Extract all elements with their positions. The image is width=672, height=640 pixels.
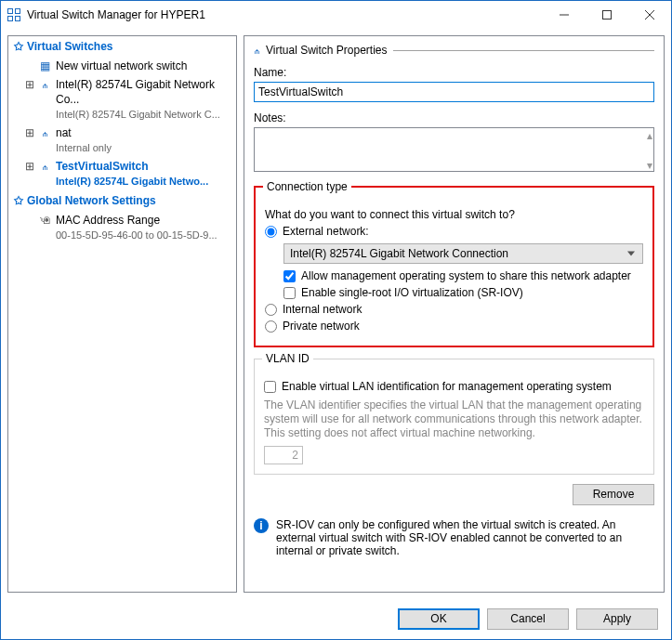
minimize-button[interactable] — [543, 1, 586, 29]
info-icon: i — [254, 518, 269, 533]
radio-external-input[interactable] — [265, 226, 277, 238]
vlan-group: VLAN ID Enable virtual LAN identificatio… — [254, 359, 654, 475]
tree-heading-global-settings[interactable]: ✩ Global Network Settings — [8, 190, 236, 211]
ok-button[interactable]: OK — [398, 608, 480, 630]
window-title: Virtual Switch Manager for HYPER1 — [27, 8, 543, 21]
name-input[interactable] — [254, 82, 654, 102]
tree-item-switch-1[interactable]: ⊞ ₼ Intel(R) 82574L Gigabit Network Co..… — [8, 75, 236, 124]
tree-panel: ✩ Virtual Switches ▦ New virtual network… — [7, 35, 237, 593]
collapse-icon: ✩ — [14, 40, 23, 53]
vlan-id-input: 2 — [264, 446, 303, 464]
checkbox-sriov[interactable]: Enable single-root I/O virtualization (S… — [283, 286, 643, 299]
expander-icon[interactable]: ⊞ — [25, 77, 33, 92]
tree-item-switch-nat[interactable]: ⊞ ₼ nat Internal only — [8, 124, 236, 157]
properties-panel: ₼ Virtual Switch Properties Name: Notes:… — [244, 35, 665, 593]
remove-button[interactable]: Remove — [573, 484, 654, 505]
section-header: ₼ Virtual Switch Properties — [254, 44, 654, 57]
vlan-description: The VLAN identifier specifies the virtua… — [264, 398, 644, 440]
mac-range-icon: 🖲 — [37, 213, 52, 228]
adapter-dropdown[interactable]: Intel(R) 82574L Gigabit Network Connecti… — [283, 243, 643, 264]
checkbox-allow-mgmt[interactable]: Allow management operating system to sha… — [283, 269, 643, 282]
app-icon — [7, 7, 21, 22]
radio-internal-input[interactable] — [265, 304, 277, 316]
close-button[interactable] — [628, 1, 671, 29]
scrollbar-icon: ▴▾ — [647, 129, 652, 172]
svg-rect-1 — [603, 11, 612, 20]
notes-label: Notes: — [254, 111, 654, 124]
cancel-button[interactable]: Cancel — [487, 608, 569, 630]
expander-icon[interactable]: ⊞ — [25, 125, 33, 140]
checkbox-vlan-enable[interactable]: Enable virtual LAN identification for ma… — [264, 380, 644, 393]
expander-icon[interactable]: ⊞ — [25, 159, 33, 174]
collapse-icon: ✩ — [14, 194, 23, 207]
connection-type-group: Connection type What do you want to conn… — [254, 186, 654, 347]
tree-item-switch-testvirtualswitch[interactable]: ⊞ ₼ TestVirtualSwitch Intel(R) 82574L Gi… — [8, 157, 236, 190]
titlebar: Virtual Switch Manager for HYPER1 — [1, 1, 671, 29]
radio-internal[interactable]: Internal network — [265, 303, 643, 316]
tree-item-new-switch[interactable]: ▦ New virtual network switch — [8, 57, 236, 75]
connection-question: What do you want to connect this virtual… — [265, 208, 643, 221]
radio-external[interactable]: External network: — [265, 225, 643, 238]
checkbox-vlan-enable-input[interactable] — [264, 381, 276, 393]
network-switch-icon: ₼ — [37, 125, 52, 140]
notes-input[interactable] — [254, 127, 654, 172]
network-switch-icon: ₼ — [254, 44, 260, 57]
apply-button[interactable]: Apply — [576, 608, 658, 630]
maximize-button[interactable] — [586, 1, 628, 29]
checkbox-allow-mgmt-input[interactable] — [283, 270, 296, 282]
info-note: i SR-IOV can only be configured when the… — [254, 518, 654, 557]
tree-item-mac-range[interactable]: 🖲 MAC Address Range 00-15-5D-95-46-00 to… — [8, 211, 236, 244]
radio-private[interactable]: Private network — [265, 320, 643, 333]
checkbox-sriov-input[interactable] — [283, 287, 296, 299]
name-label: Name: — [254, 66, 654, 79]
radio-private-input[interactable] — [265, 320, 277, 333]
network-switch-icon: ₼ — [37, 159, 52, 174]
tree-heading-virtual-switches[interactable]: ✩ Virtual Switches — [8, 36, 236, 57]
network-switch-icon: ₼ — [37, 77, 52, 92]
dialog-footer: OK Cancel Apply — [1, 599, 671, 639]
switch-icon: ▦ — [37, 59, 52, 73]
